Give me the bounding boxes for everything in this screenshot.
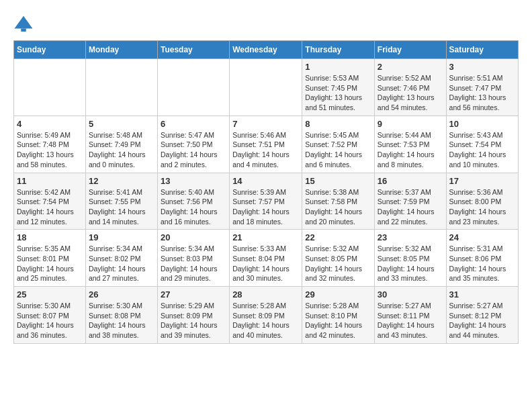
day-number: 10 xyxy=(449,119,515,129)
day-info: Sunrise: 5:38 AM Sunset: 7:58 PM Dayligh… xyxy=(305,187,371,227)
day-cell: 27Sunrise: 5:29 AM Sunset: 8:09 PM Dayli… xyxy=(157,287,229,344)
day-cell: 4Sunrise: 5:49 AM Sunset: 7:48 PM Daylig… xyxy=(14,116,86,173)
day-cell xyxy=(230,59,302,116)
page-header xyxy=(13,13,519,34)
day-cell: 24Sunrise: 5:31 AM Sunset: 8:06 PM Dayli… xyxy=(446,230,518,287)
week-row-5: 25Sunrise: 5:30 AM Sunset: 8:07 PM Dayli… xyxy=(14,287,519,344)
day-info: Sunrise: 5:34 AM Sunset: 8:03 PM Dayligh… xyxy=(161,244,226,283)
day-cell: 22Sunrise: 5:32 AM Sunset: 8:05 PM Dayli… xyxy=(302,230,375,287)
logo xyxy=(13,13,36,34)
day-number: 1 xyxy=(305,62,371,72)
day-number: 23 xyxy=(378,232,443,242)
day-cell: 16Sunrise: 5:37 AM Sunset: 7:59 PM Dayli… xyxy=(374,173,446,230)
day-number: 17 xyxy=(449,176,515,186)
day-number: 8 xyxy=(305,119,371,129)
day-number: 28 xyxy=(232,289,299,300)
day-number: 25 xyxy=(17,289,83,300)
day-info: Sunrise: 5:49 AM Sunset: 7:48 PM Dayligh… xyxy=(17,130,83,170)
day-cell: 14Sunrise: 5:39 AM Sunset: 7:57 PM Dayli… xyxy=(230,173,302,230)
day-info: Sunrise: 5:27 AM Sunset: 8:11 PM Dayligh… xyxy=(378,301,443,340)
day-info: Sunrise: 5:27 AM Sunset: 8:12 PM Dayligh… xyxy=(449,301,515,340)
day-info: Sunrise: 5:40 AM Sunset: 7:56 PM Dayligh… xyxy=(161,187,226,227)
day-cell xyxy=(157,59,229,116)
day-cell: 28Sunrise: 5:28 AM Sunset: 8:09 PM Dayli… xyxy=(230,287,302,344)
day-number: 4 xyxy=(17,119,83,129)
day-number: 31 xyxy=(449,289,515,300)
calendar-table: SundayMondayTuesdayWednesdayThursdayFrid… xyxy=(13,40,519,344)
day-info: Sunrise: 5:37 AM Sunset: 7:59 PM Dayligh… xyxy=(378,187,443,227)
day-cell: 5Sunrise: 5:48 AM Sunset: 7:49 PM Daylig… xyxy=(85,116,157,173)
day-cell: 29Sunrise: 5:28 AM Sunset: 8:10 PM Dayli… xyxy=(302,287,375,344)
day-number: 24 xyxy=(449,232,515,242)
weekday-row: SundayMondayTuesdayWednesdayThursdayFrid… xyxy=(14,41,519,59)
day-number: 21 xyxy=(232,232,299,242)
day-cell: 23Sunrise: 5:32 AM Sunset: 8:05 PM Dayli… xyxy=(374,230,446,287)
day-number: 14 xyxy=(232,176,299,186)
week-row-2: 4Sunrise: 5:49 AM Sunset: 7:48 PM Daylig… xyxy=(14,116,519,173)
day-info: Sunrise: 5:30 AM Sunset: 8:08 PM Dayligh… xyxy=(89,301,154,340)
day-info: Sunrise: 5:30 AM Sunset: 8:07 PM Dayligh… xyxy=(17,301,83,340)
calendar-body: 1Sunrise: 5:53 AM Sunset: 7:45 PM Daylig… xyxy=(14,59,519,344)
day-info: Sunrise: 5:33 AM Sunset: 8:04 PM Dayligh… xyxy=(232,244,299,283)
day-cell: 13Sunrise: 5:40 AM Sunset: 7:56 PM Dayli… xyxy=(157,173,229,230)
logo-icon xyxy=(13,13,34,34)
day-cell: 18Sunrise: 5:35 AM Sunset: 8:01 PM Dayli… xyxy=(14,230,86,287)
day-info: Sunrise: 5:48 AM Sunset: 7:49 PM Dayligh… xyxy=(89,130,154,170)
day-cell: 10Sunrise: 5:43 AM Sunset: 7:54 PM Dayli… xyxy=(446,116,518,173)
weekday-header-thursday: Thursday xyxy=(302,41,375,59)
calendar-header: SundayMondayTuesdayWednesdayThursdayFrid… xyxy=(14,41,519,59)
day-cell: 31Sunrise: 5:27 AM Sunset: 8:12 PM Dayli… xyxy=(446,287,518,344)
svg-marker-0 xyxy=(15,16,33,29)
day-cell: 9Sunrise: 5:44 AM Sunset: 7:53 PM Daylig… xyxy=(374,116,446,173)
day-info: Sunrise: 5:47 AM Sunset: 7:50 PM Dayligh… xyxy=(161,130,226,170)
day-number: 20 xyxy=(161,232,226,242)
day-info: Sunrise: 5:29 AM Sunset: 8:09 PM Dayligh… xyxy=(161,301,226,340)
day-info: Sunrise: 5:39 AM Sunset: 7:57 PM Dayligh… xyxy=(232,187,299,227)
day-info: Sunrise: 5:28 AM Sunset: 8:10 PM Dayligh… xyxy=(305,301,371,340)
day-info: Sunrise: 5:35 AM Sunset: 8:01 PM Dayligh… xyxy=(17,244,83,283)
day-info: Sunrise: 5:36 AM Sunset: 8:00 PM Dayligh… xyxy=(449,187,515,227)
day-info: Sunrise: 5:45 AM Sunset: 7:52 PM Dayligh… xyxy=(305,130,371,170)
day-cell: 17Sunrise: 5:36 AM Sunset: 8:00 PM Dayli… xyxy=(446,173,518,230)
day-cell: 25Sunrise: 5:30 AM Sunset: 8:07 PM Dayli… xyxy=(14,287,86,344)
day-cell xyxy=(14,59,86,116)
day-number: 29 xyxy=(305,289,371,300)
week-row-1: 1Sunrise: 5:53 AM Sunset: 7:45 PM Daylig… xyxy=(14,59,519,116)
week-row-3: 11Sunrise: 5:42 AM Sunset: 7:54 PM Dayli… xyxy=(14,173,519,230)
day-cell: 11Sunrise: 5:42 AM Sunset: 7:54 PM Dayli… xyxy=(14,173,86,230)
day-info: Sunrise: 5:52 AM Sunset: 7:46 PM Dayligh… xyxy=(378,73,443,113)
day-number: 16 xyxy=(378,176,443,186)
day-info: Sunrise: 5:31 AM Sunset: 8:06 PM Dayligh… xyxy=(449,244,515,283)
day-info: Sunrise: 5:44 AM Sunset: 7:53 PM Dayligh… xyxy=(378,130,443,170)
day-info: Sunrise: 5:43 AM Sunset: 7:54 PM Dayligh… xyxy=(449,130,515,170)
day-cell: 3Sunrise: 5:51 AM Sunset: 7:47 PM Daylig… xyxy=(446,59,518,116)
day-info: Sunrise: 5:46 AM Sunset: 7:51 PM Dayligh… xyxy=(232,130,299,170)
day-number: 19 xyxy=(89,232,154,242)
day-number: 30 xyxy=(378,289,443,300)
day-cell: 6Sunrise: 5:47 AM Sunset: 7:50 PM Daylig… xyxy=(157,116,229,173)
day-number: 9 xyxy=(378,119,443,129)
day-cell: 20Sunrise: 5:34 AM Sunset: 8:03 PM Dayli… xyxy=(157,230,229,287)
day-cell: 7Sunrise: 5:46 AM Sunset: 7:51 PM Daylig… xyxy=(230,116,302,173)
day-number: 27 xyxy=(161,289,226,300)
day-info: Sunrise: 5:28 AM Sunset: 8:09 PM Dayligh… xyxy=(232,301,299,340)
day-cell: 19Sunrise: 5:34 AM Sunset: 8:02 PM Dayli… xyxy=(85,230,157,287)
day-number: 15 xyxy=(305,176,371,186)
day-cell xyxy=(85,59,157,116)
weekday-header-wednesday: Wednesday xyxy=(230,41,302,59)
day-info: Sunrise: 5:51 AM Sunset: 7:47 PM Dayligh… xyxy=(449,73,515,113)
day-cell: 2Sunrise: 5:52 AM Sunset: 7:46 PM Daylig… xyxy=(374,59,446,116)
day-info: Sunrise: 5:42 AM Sunset: 7:54 PM Dayligh… xyxy=(17,187,83,227)
day-cell: 30Sunrise: 5:27 AM Sunset: 8:11 PM Dayli… xyxy=(374,287,446,344)
day-info: Sunrise: 5:32 AM Sunset: 8:05 PM Dayligh… xyxy=(305,244,371,283)
day-number: 13 xyxy=(161,176,226,186)
day-number: 3 xyxy=(449,62,515,72)
weekday-header-friday: Friday xyxy=(374,41,446,59)
day-cell: 26Sunrise: 5:30 AM Sunset: 8:08 PM Dayli… xyxy=(85,287,157,344)
day-number: 26 xyxy=(89,289,154,300)
week-row-4: 18Sunrise: 5:35 AM Sunset: 8:01 PM Dayli… xyxy=(14,230,519,287)
day-info: Sunrise: 5:34 AM Sunset: 8:02 PM Dayligh… xyxy=(89,244,154,283)
day-number: 5 xyxy=(89,119,154,129)
day-cell: 15Sunrise: 5:38 AM Sunset: 7:58 PM Dayli… xyxy=(302,173,375,230)
day-number: 6 xyxy=(161,119,226,129)
